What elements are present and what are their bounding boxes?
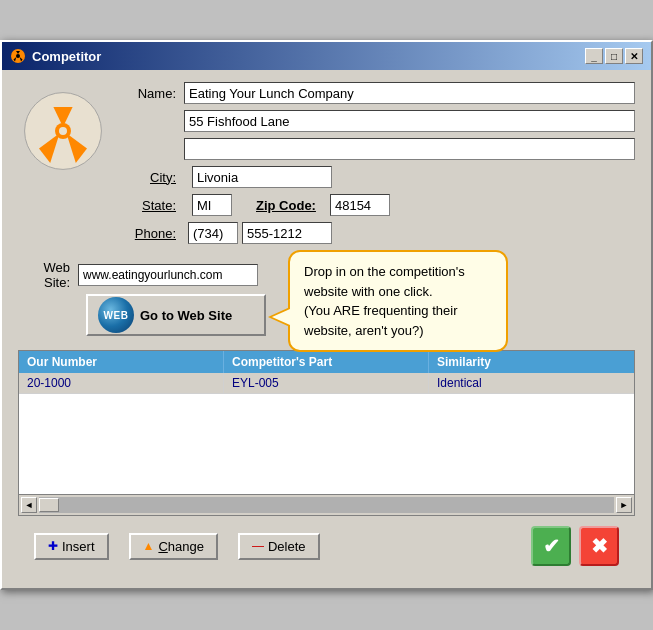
delete-icon: —	[252, 539, 264, 553]
zip-input[interactable]	[330, 194, 390, 216]
website-left: Web Site: WEB Go to Web Site	[18, 260, 266, 336]
phone-number-input[interactable]	[242, 222, 332, 244]
insert-label: Insert	[62, 539, 95, 554]
web-btn-label: Go to Web Site	[140, 308, 232, 323]
window-content: Name: City:	[2, 70, 651, 588]
svg-point-1	[16, 54, 20, 58]
phone-area-input[interactable]	[188, 222, 238, 244]
app-icon	[10, 48, 26, 64]
table-header: Our Number Competitor's Part Similarity	[19, 351, 634, 373]
row1-col3: Identical	[429, 373, 634, 393]
table-row[interactable]: 20-1000 EYL-005 Identical	[19, 373, 634, 394]
city-input[interactable]	[192, 166, 332, 188]
logo-area	[18, 86, 108, 176]
state-zip-row: State: Zip Code:	[124, 194, 635, 216]
address2-row	[124, 138, 635, 160]
scroll-thumb[interactable]	[39, 498, 59, 512]
website-input[interactable]	[78, 264, 258, 286]
title-buttons: _ □ ✕	[585, 48, 643, 64]
state-input[interactable]	[192, 194, 232, 216]
toolbar-buttons: ✚ Insert ▲ Change — Delete	[34, 533, 320, 560]
zip-label: Zip Code:	[256, 198, 316, 213]
svg-point-4	[59, 127, 67, 135]
state-label: State:	[124, 198, 184, 213]
name-input[interactable]	[184, 82, 635, 104]
go-to-website-button[interactable]: WEB Go to Web Site	[86, 294, 266, 336]
web-icon: WEB	[98, 297, 134, 333]
name-label: Name:	[124, 86, 184, 101]
action-buttons: ✔ ✖	[531, 526, 619, 566]
form-area: Name: City:	[18, 82, 635, 250]
bottom-toolbar: ✚ Insert ▲ Change — Delete ✔ ✖	[18, 516, 635, 576]
delete-label: Delete	[268, 539, 306, 554]
phone-label: Phone:	[124, 226, 184, 241]
row1-col1: 20-1000	[19, 373, 224, 393]
scroll-left-arrow[interactable]: ◄	[21, 497, 37, 513]
minimize-button[interactable]: _	[585, 48, 603, 64]
website-row: Web Site:	[18, 260, 266, 290]
change-button[interactable]: ▲ Change	[129, 533, 218, 560]
col2-header: Competitor's Part	[224, 351, 429, 373]
competitor-window: Competitor _ □ ✕	[0, 40, 653, 590]
col1-header: Our Number	[19, 351, 224, 373]
delete-button[interactable]: — Delete	[238, 533, 320, 560]
city-state-row: City:	[124, 166, 635, 188]
change-label: Change	[158, 539, 204, 554]
tooltip-text: Drop in on the competition's website wit…	[304, 264, 465, 338]
insert-button[interactable]: ✚ Insert	[34, 533, 109, 560]
col3-header: Similarity	[429, 351, 634, 373]
fields-area: Name: City:	[124, 82, 635, 250]
cancel-button[interactable]: ✖	[579, 526, 619, 566]
address1-input[interactable]	[184, 110, 635, 132]
address2-input[interactable]	[184, 138, 635, 160]
website-section: Web Site: WEB Go to Web Site Drop in on …	[18, 260, 635, 336]
address1-row	[124, 110, 635, 132]
table-empty-area	[19, 394, 634, 494]
maximize-button[interactable]: □	[605, 48, 623, 64]
close-button[interactable]: ✕	[625, 48, 643, 64]
insert-icon: ✚	[48, 539, 58, 553]
parts-table: Our Number Competitor's Part Similarity …	[18, 350, 635, 516]
city-label: City:	[124, 170, 184, 185]
title-bar-left: Competitor	[10, 48, 101, 64]
horizontal-scrollbar[interactable]: ◄ ►	[19, 494, 634, 515]
scroll-track[interactable]	[39, 497, 614, 513]
radiation-icon	[23, 91, 103, 171]
scroll-right-arrow[interactable]: ►	[616, 497, 632, 513]
ok-button[interactable]: ✔	[531, 526, 571, 566]
title-bar: Competitor _ □ ✕	[2, 42, 651, 70]
tooltip-bubble: Drop in on the competition's website wit…	[288, 250, 508, 352]
row1-col2: EYL-005	[224, 373, 429, 393]
website-label: Web Site:	[18, 260, 78, 290]
window-title: Competitor	[32, 49, 101, 64]
phone-row: Phone:	[124, 222, 635, 244]
name-row: Name:	[124, 82, 635, 104]
change-icon: ▲	[143, 539, 155, 553]
